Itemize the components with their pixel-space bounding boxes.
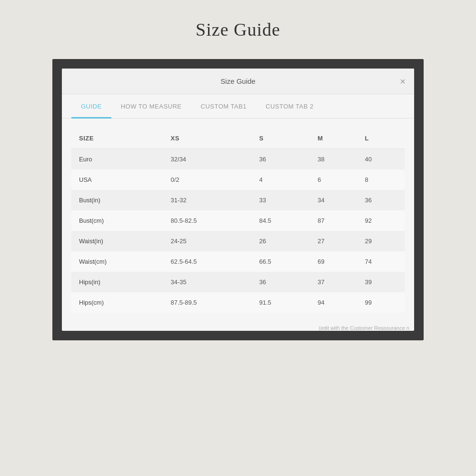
table-cell-4-4: 29	[357, 231, 405, 251]
tab-bar: GUIDE HOW TO MEASURE CUSTOM TAB1 CUSTOM …	[62, 94, 414, 119]
table-cell-3-4: 92	[357, 210, 405, 231]
table-cell-4-2: 26	[252, 231, 310, 251]
tab-guide[interactable]: GUIDE	[71, 94, 111, 119]
table-row: Bust(cm)80.5-82.584.58792	[71, 210, 405, 231]
table-cell-5-0: Waist(cm)	[71, 251, 163, 272]
table-cell-4-1: 24-25	[163, 231, 252, 251]
table-row: Waist(cm)62.5-64.566.56974	[71, 251, 405, 272]
table-cell-1-1: 0/2	[163, 169, 252, 190]
table-cell-6-3: 37	[310, 272, 357, 292]
table-cell-4-3: 27	[310, 231, 357, 251]
col-header-size: SIZE	[71, 128, 163, 149]
table-cell-0-2: 36	[252, 149, 310, 170]
table-row: Hips(in)34-35363739	[71, 272, 405, 292]
table-cell-1-4: 8	[357, 169, 405, 190]
table-cell-0-0: Euro	[71, 149, 163, 170]
table-cell-2-4: 36	[357, 190, 405, 210]
table-cell-6-1: 34-35	[163, 272, 252, 292]
table-cell-7-2: 91.5	[252, 292, 310, 313]
table-cell-1-2: 4	[252, 169, 310, 190]
modal-title: Size Guide	[220, 77, 255, 85]
table-cell-2-0: Bust(in)	[71, 190, 163, 210]
table-cell-2-2: 33	[252, 190, 310, 210]
modal: Size Guide × GUIDE HOW TO MEASURE CUSTOM…	[62, 69, 414, 331]
table-cell-6-0: Hips(in)	[71, 272, 163, 292]
table-row: Euro32/34363840	[71, 149, 405, 170]
modal-header: Size Guide ×	[62, 69, 414, 94]
table-cell-5-4: 74	[357, 251, 405, 272]
table-cell-1-0: USA	[71, 169, 163, 190]
tab-custom-tab2[interactable]: CUSTOM TAB 2	[256, 94, 323, 119]
tab-how-to-measure[interactable]: HOW TO MEASURE	[111, 94, 191, 119]
page-title: Size Guide	[196, 19, 280, 40]
col-header-xs: XS	[163, 128, 252, 149]
table-cell-7-3: 94	[310, 292, 357, 313]
table-cell-2-1: 31-32	[163, 190, 252, 210]
outer-frame: Size Guide × GUIDE HOW TO MEASURE CUSTOM…	[52, 59, 424, 340]
modal-body: SIZE XS S M L Euro32/34363840USA0/2468Bu…	[62, 119, 414, 322]
table-row: Waist(in)24-25262729	[71, 231, 405, 251]
table-cell-3-1: 80.5-82.5	[163, 210, 252, 231]
table-row: Bust(in)31-32333436	[71, 190, 405, 210]
table-cell-3-0: Bust(cm)	[71, 210, 163, 231]
table-cell-2-3: 34	[310, 190, 357, 210]
table-cell-4-0: Waist(in)	[71, 231, 163, 251]
table-cell-5-2: 66.5	[252, 251, 310, 272]
table-cell-6-4: 39	[357, 272, 405, 292]
tab-custom-tab1[interactable]: CUSTOM TAB1	[191, 94, 257, 119]
close-button[interactable]: ×	[400, 77, 406, 86]
col-header-s: S	[252, 128, 310, 149]
table-row: USA0/2468	[71, 169, 405, 190]
table-cell-7-4: 99	[357, 292, 405, 313]
table-cell-0-4: 40	[357, 149, 405, 170]
table-cell-3-3: 87	[310, 210, 357, 231]
table-cell-5-1: 62.5-64.5	[163, 251, 252, 272]
table-cell-6-2: 36	[252, 272, 310, 292]
table-row: Hips(cm)87.5-89.591.59499	[71, 292, 405, 313]
table-header-row: SIZE XS S M L	[71, 128, 405, 149]
table-cell-1-3: 6	[310, 169, 357, 190]
col-header-l: L	[357, 128, 405, 149]
table-cell-5-3: 69	[310, 251, 357, 272]
table-cell-3-2: 84.5	[252, 210, 310, 231]
watermark: (edit with the Customer Reassurance n	[62, 322, 414, 331]
table-cell-0-3: 38	[310, 149, 357, 170]
col-header-m: M	[310, 128, 357, 149]
table-cell-7-0: Hips(cm)	[71, 292, 163, 313]
size-guide-table: SIZE XS S M L Euro32/34363840USA0/2468Bu…	[71, 128, 405, 313]
table-cell-0-1: 32/34	[163, 149, 252, 170]
table-cell-7-1: 87.5-89.5	[163, 292, 252, 313]
